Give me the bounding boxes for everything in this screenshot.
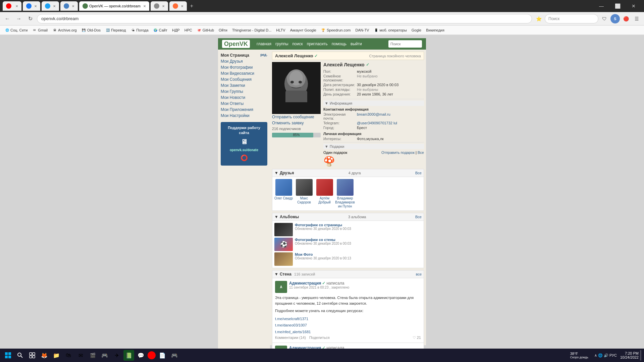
tab-6[interactable]: ✕ (151, 1, 168, 11)
taskbar-search-button[interactable] (15, 350, 25, 361)
friend-artyom[interactable]: Артём Добрый (315, 179, 334, 208)
sidebar-news[interactable]: Мои Новости (221, 95, 267, 101)
donate-link[interactable]: openvk.su/donate (223, 148, 265, 153)
sidebar-answers[interactable]: Мои Ответы (221, 101, 267, 107)
taskbar-explorer[interactable]: 📁 (51, 350, 62, 361)
tab-2[interactable]: ✕ (23, 1, 40, 11)
back-button[interactable]: ← (3, 14, 12, 23)
bookmark-olddos[interactable]: 💾 Old-Dos (79, 27, 103, 34)
post-link-3[interactable]: t.me/nfed_alerts/1681 (275, 330, 311, 334)
taskbar-taskview[interactable] (27, 350, 38, 361)
bookmark-gogle[interactable]: Gogle (410, 27, 423, 33)
tab-close-7[interactable]: ✕ (181, 4, 183, 8)
post-1-comments[interactable]: Комментарии (14) (275, 336, 306, 340)
nav-search[interactable]: поиск (292, 42, 303, 46)
friend-oleg[interactable]: Олег Свидр (274, 179, 293, 208)
sound-icon[interactable]: 🔊 (604, 353, 608, 358)
bookmark-mobile[interactable]: 📱 моб. операторы (372, 27, 409, 34)
refresh-button[interactable]: ↻ (25, 14, 35, 23)
close-button[interactable]: ✕ (626, 0, 641, 12)
sidebar-videos[interactable]: Мои Видеозаписи (221, 70, 267, 76)
telegram-value[interactable]: @user349090701732 lul (357, 121, 397, 125)
tab-openvk[interactable]: OpenVK — openvk.co/drbream ✕ (79, 1, 149, 11)
taskbar-telegram[interactable]: ✈ (111, 350, 122, 361)
taskbar-docs[interactable]: 📄 (157, 350, 168, 361)
bookmark-weather[interactable]: 🌤 Погода (128, 27, 150, 34)
show-desktop-button[interactable] (640, 350, 641, 361)
taskbar-clock[interactable]: 7:20 PM 10/24/2022 (620, 351, 639, 359)
bookmark-ndr[interactable]: НДР (170, 27, 182, 33)
tab-close-6[interactable]: ✕ (162, 4, 165, 8)
nav-groups[interactable]: группы (275, 42, 288, 46)
bookmark-soc[interactable]: 🌐 Соц. Сети (3, 27, 30, 34)
friends-all-link[interactable]: Все (415, 171, 422, 175)
nav-home[interactable]: главная (257, 42, 271, 46)
tab-close-4[interactable]: ✕ (72, 4, 74, 8)
taskbar-mail[interactable]: ✉ (75, 350, 86, 361)
bookmark-archive[interactable]: 🏛 Archive.org (50, 27, 79, 34)
album-title-3[interactable]: Мои Фото (295, 252, 351, 256)
up-arrow-icon[interactable]: ∧ (594, 353, 597, 358)
bookmark-nrc[interactable]: НРС (182, 27, 194, 33)
sidebar-notes[interactable]: Мои Заметки (221, 82, 267, 88)
tab-youtube[interactable]: ✕ (3, 1, 21, 11)
start-button[interactable] (3, 350, 13, 361)
taskbar-vlc[interactable]: 🎬 (87, 350, 98, 361)
taskbar-greenapp[interactable]: 📗 (123, 350, 134, 361)
post-1-author[interactable]: Администрация ✓ написала (289, 281, 421, 286)
nav-invite[interactable]: пригласить (307, 42, 328, 46)
taskbar-discord[interactable]: 💬 (136, 350, 146, 361)
sidebar-friends[interactable]: Мои Друзья (221, 58, 267, 64)
maximize-button[interactable]: ⬜ (610, 0, 625, 12)
network-icon[interactable]: 🌐 (598, 353, 603, 358)
taskbar-redcircle[interactable] (148, 351, 156, 359)
bookmark-translate[interactable]: 🔤 Перевод (103, 27, 128, 34)
openvk-search-input[interactable] (388, 40, 422, 48)
nav-help[interactable]: помощь (332, 42, 346, 46)
minimize-button[interactable]: — (594, 0, 609, 12)
post-2-author[interactable]: Администрация ✓ написала (289, 346, 421, 349)
tab-3[interactable]: ✕ (42, 1, 59, 11)
address-bar[interactable]: openvk.co/drbream (37, 14, 532, 23)
forward-button[interactable]: → (14, 14, 23, 23)
tab-close-openvk[interactable]: ✕ (143, 4, 146, 8)
new-tab-button[interactable]: + (188, 3, 195, 9)
post-link-1[interactable]: t.me/veselcraft/1371 (275, 317, 308, 321)
post-1-share[interactable]: Поделиться (309, 336, 330, 340)
taskbar-firefox[interactable]: 🦊 (39, 350, 50, 361)
taskbar-steam[interactable]: 🎮 (169, 350, 180, 361)
post-link-2[interactable]: t.me/daneo03/1007 (275, 323, 307, 327)
bookmark-gmail[interactable]: ✉ Gmail (30, 27, 50, 34)
tab-close-3[interactable]: ✕ (53, 4, 56, 8)
bookmark-wikipedia[interactable]: Википедия (424, 27, 446, 33)
shield-icon[interactable]: 🛡 (600, 14, 609, 23)
sidebar-apps[interactable]: Мои Приложения (221, 107, 267, 113)
bookmark-hltv[interactable]: HLTV (274, 27, 287, 33)
browser-search-box[interactable]: Поиск (545, 14, 598, 23)
sidebar-messages[interactable]: Мои Сообщения (221, 76, 267, 82)
bookmark-site[interactable]: 🌍 Сайт (151, 27, 169, 34)
tab-close-2[interactable]: ✕ (34, 4, 37, 8)
tab-7[interactable]: ✕ (169, 1, 187, 11)
tab-4[interactable]: ✕ (60, 1, 78, 11)
friend-vladimir[interactable]: Владимир Владимиров ин Путен (336, 179, 354, 208)
email-value[interactable]: bream3000@mail.ru (357, 112, 390, 120)
taskbar-store[interactable]: 🛍 (63, 350, 74, 361)
friend-maks[interactable]: Макс Сидоров (295, 179, 313, 208)
send-message-link[interactable]: Отправить сообщение (272, 114, 321, 120)
album-title-2[interactable]: Фотографии со стены (295, 238, 351, 242)
bookmark-ojti[interactable]: Ойти (217, 27, 229, 33)
sidebar-settings[interactable]: Мои Настройки (221, 113, 267, 119)
menu-icon[interactable]: ☰ (632, 14, 641, 23)
sidebar-groups[interactable]: Мои Группы (221, 88, 267, 95)
bookmark-thingiverse[interactable]: Thingiverse - Digital D... (230, 27, 273, 33)
sidebar-photos[interactable]: Мои Фотографии (221, 64, 267, 70)
wall-all-link[interactable]: все (416, 272, 422, 276)
bookmark-speedrun[interactable]: 🏆 Speedrun.com (319, 27, 353, 34)
bookmark-google-account[interactable]: Аккаунт Google (288, 27, 318, 33)
nav-logout[interactable]: выйти (351, 42, 362, 46)
profile-icon[interactable]: S (610, 14, 620, 23)
bookmark-dantv[interactable]: DAN-TV (354, 27, 371, 33)
sidebar-edit-link[interactable]: ред. (260, 53, 267, 58)
taskbar-gameapp[interactable]: 🎮 (99, 350, 110, 361)
